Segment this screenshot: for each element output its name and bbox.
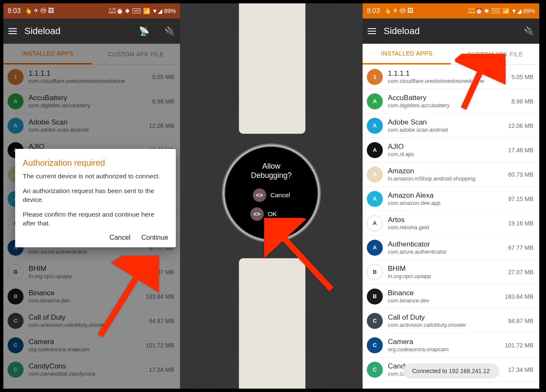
app-package: com.binance.dev xyxy=(388,297,501,304)
phone-left: 8:03 👆 ✈ ⓜ 🖼 0.18KB/S ⏰ ✱ VO 📶 ▼◢ 89% Si… xyxy=(3,3,180,389)
tabs: INSTALLED APPS CUSTOM APK FILE xyxy=(363,44,539,65)
app-icon: A xyxy=(367,93,383,109)
app-list-item[interactable]: AAJIOcom.ril.ajio17.48 MB xyxy=(363,138,539,162)
app-list-item[interactable]: AAmazonin.amazon.mShop.android.shopping6… xyxy=(363,162,539,187)
app-list-item[interactable]: AArtoscom.rekisha.geld19.16 MB xyxy=(363,211,539,236)
connection-toast: Connected to 192.168.241.12 xyxy=(403,363,499,379)
app-name: Artos xyxy=(388,216,505,224)
dialog-text-3: Please confirm the request and continue … xyxy=(23,210,168,228)
app-size: 94.87 MB xyxy=(508,318,533,324)
app-title: Sideload xyxy=(24,26,131,37)
app-list-item[interactable]: CCameraorg.codeaurora.snapcam101.72 MB xyxy=(363,333,539,358)
app-icon: C xyxy=(367,337,383,353)
app-icon: A xyxy=(367,118,383,134)
app-icon: A xyxy=(367,240,383,256)
app-icon: A xyxy=(367,167,383,183)
battery-text: 89% xyxy=(164,8,176,14)
app-package: com.ril.ajio xyxy=(388,151,505,157)
app-size: 8.98 MB xyxy=(512,98,533,105)
app-size: 12.06 MB xyxy=(508,122,533,129)
app-name: Amazon xyxy=(388,167,505,175)
authorization-dialog: Authorization required The current devic… xyxy=(15,149,176,247)
watch-prompt-title: AllowDebugging? xyxy=(251,162,292,180)
app-icon: C xyxy=(367,313,383,329)
app-title: Sideload xyxy=(384,26,516,37)
app-icon: A xyxy=(367,215,383,231)
app-bar: Sideload 📡 🔌 xyxy=(3,19,180,44)
app-size: 5.05 MB xyxy=(512,74,533,80)
battery-text: 89% xyxy=(523,8,535,14)
app-size: 17.48 MB xyxy=(508,147,533,154)
dialog-text-2: An authorization request has been sent t… xyxy=(23,187,168,204)
app-name: AccuBattery xyxy=(388,94,508,102)
continue-button[interactable]: Continue xyxy=(141,234,168,241)
app-name: BHIM xyxy=(388,265,505,273)
app-package: in.amazon.mShop.android.shopping xyxy=(388,175,505,182)
cancel-button[interactable]: Cancel xyxy=(109,234,130,241)
app-list-item[interactable]: AAuthenticatorcom.azure.authenticator67.… xyxy=(363,236,539,260)
app-package: com.rekisha.geld xyxy=(388,224,505,230)
app-size: 97.15 MB xyxy=(508,196,533,202)
app-package: com.cloudflare.onedotonedotonedotone xyxy=(388,78,508,84)
app-name: Amazon Alexa xyxy=(388,191,505,200)
app-bar: Sideload 🔌 xyxy=(363,19,539,44)
phone-right: 8:03 👆 ✈ ⓜ 🖼 0.21KB/S ⏰ ✱ VO 📶 ▼◢ 89% Si… xyxy=(363,3,539,389)
app-list: 11.1.1.1com.cloudflare.onedotonedotonedo… xyxy=(363,65,539,382)
app-name: Adobe Scan xyxy=(388,118,505,127)
app-size: 27.07 MB xyxy=(508,269,533,275)
app-package: com.azure.authenticator xyxy=(388,249,505,255)
app-list-item[interactable]: AAmazon Alexacom.amazon.dee.app97.15 MB xyxy=(363,187,539,211)
tab-installed-apps[interactable]: INSTALLED APPS xyxy=(363,44,451,64)
app-package: in.org.npci.upiapp xyxy=(388,273,505,279)
app-list-item[interactable]: AAdobe Scancom.adobe.scan.android12.06 M… xyxy=(363,114,539,138)
clock: 8:03 xyxy=(367,7,380,15)
app-size: 183.64 MB xyxy=(505,293,533,300)
connection-icon[interactable]: 🔌 xyxy=(524,26,534,36)
app-icon: A xyxy=(367,142,383,158)
app-list-item[interactable]: AAccuBatterycom.digibites.accubattery8.9… xyxy=(363,89,539,114)
app-package: com.digibites.accubattery xyxy=(388,102,508,109)
app-icon: B xyxy=(367,289,383,305)
app-icon: A xyxy=(367,191,383,207)
menu-icon[interactable] xyxy=(8,28,17,34)
connection-icon[interactable]: 🔌 xyxy=(164,26,175,36)
app-list-item[interactable]: BBinancecom.binance.dev183.64 MB xyxy=(363,284,539,309)
app-name: Camera xyxy=(388,338,501,346)
code-icon: <> xyxy=(253,188,266,202)
app-package: com.amazon.dee.app xyxy=(388,200,505,206)
app-name: Binance xyxy=(388,289,501,297)
app-icon: B xyxy=(367,264,383,280)
app-name: AJIO xyxy=(388,143,505,151)
tab-custom-apk[interactable]: CUSTOM APK FILE xyxy=(451,44,539,64)
watch-band xyxy=(239,3,305,134)
watch-cancel-button[interactable]: <> Cancel xyxy=(253,188,290,202)
dialog-text-1: The current device is not authorized to … xyxy=(23,172,168,181)
status-bar: 8:03 👆 ✈ ⓜ 🖼 0.18KB/S ⏰ ✱ VO 📶 ▼◢ 89% xyxy=(3,3,180,19)
app-list-item[interactable]: 11.1.1.1com.cloudflare.onedotonedotonedo… xyxy=(363,65,539,89)
app-package: org.codeaurora.snapcam xyxy=(388,346,501,352)
app-size: 60.73 MB xyxy=(508,171,533,178)
app-size: 19.16 MB xyxy=(508,220,533,227)
watch-ok-button[interactable]: <> OK xyxy=(249,206,294,222)
smartwatch: AllowDebugging? <> Cancel <> OK xyxy=(223,145,320,241)
app-icon: C xyxy=(367,362,383,378)
remote-icon[interactable]: 📡 xyxy=(139,26,149,36)
app-size: 67.77 MB xyxy=(508,244,533,251)
app-size: 101.72 MB xyxy=(505,342,533,349)
app-list-item[interactable]: CCall of Dutycom.activision.callofduty.s… xyxy=(363,309,539,333)
menu-icon[interactable] xyxy=(368,28,376,34)
code-icon: <> xyxy=(250,207,264,221)
app-icon: 1 xyxy=(367,69,383,85)
app-name: Call of Duty xyxy=(388,313,505,322)
watch-panel: AllowDebugging? <> Cancel <> OK xyxy=(180,3,363,389)
app-name: Authenticator xyxy=(388,240,505,249)
clock: 8:03 xyxy=(8,7,21,15)
app-package: com.activision.callofduty.shooter xyxy=(388,322,505,328)
status-bar: 8:03 👆 ✈ ⓜ 🖼 0.21KB/S ⏰ ✱ VO 📶 ▼◢ 89% xyxy=(363,3,539,19)
dialog-title: Authorization required xyxy=(23,158,168,168)
app-package: com.adobe.scan.android xyxy=(388,127,505,133)
app-size: 17.34 MB xyxy=(508,366,533,373)
app-list-item[interactable]: BBHIMin.org.npci.upiapp27.07 MB xyxy=(363,260,539,284)
app-name: 1.1.1.1 xyxy=(388,69,508,78)
watch-band xyxy=(239,258,305,389)
